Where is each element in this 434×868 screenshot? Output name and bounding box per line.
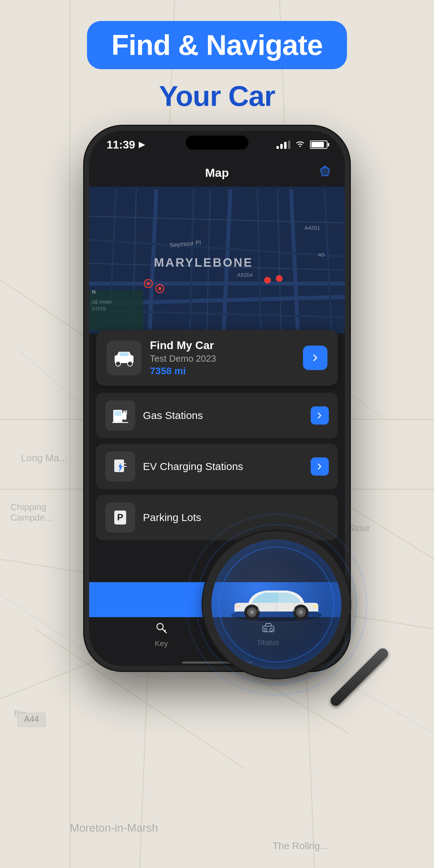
magnifier-inner-ring xyxy=(218,547,334,663)
key-tab-icon xyxy=(155,622,168,637)
svg-text:A4201: A4201 xyxy=(304,225,320,231)
svg-text:Moreton-in-Marsh: Moreton-in-Marsh xyxy=(70,822,158,834)
find-car-arrow-button[interactable] xyxy=(303,346,327,370)
svg-text:A44: A44 xyxy=(24,714,39,724)
app-nav-bar: Map xyxy=(89,159,345,187)
signal-bar-4 xyxy=(288,140,290,149)
svg-rect-69 xyxy=(120,353,129,356)
time-display: 11:39 xyxy=(107,138,135,151)
header-section: Find & Navigate Your Car xyxy=(0,21,434,113)
svg-point-67 xyxy=(116,361,121,366)
gas-stations-item[interactable]: Gas Stations xyxy=(96,393,338,438)
svg-text:Campde...: Campde... xyxy=(10,512,52,523)
find-car-title: Find My Car xyxy=(150,339,295,352)
svg-point-61 xyxy=(147,282,150,285)
svg-point-65 xyxy=(276,275,283,282)
magnifier-glass xyxy=(203,531,350,678)
signal-bar-3 xyxy=(284,142,287,149)
tab-key[interactable]: Key xyxy=(155,622,168,648)
ev-charging-icon-box xyxy=(105,451,135,482)
svg-point-63 xyxy=(158,287,161,290)
headline-text-line1: Find & Navigate xyxy=(111,31,323,59)
headline-badge: Find & Navigate xyxy=(87,21,347,69)
svg-text:N: N xyxy=(92,289,96,295)
status-right xyxy=(276,139,327,150)
svg-text:A5204: A5204 xyxy=(237,272,253,278)
location-arrow-icon: ▶ xyxy=(139,140,145,149)
phone-mockup: 11:39 ▶ xyxy=(84,126,350,671)
find-car-mileage: 7358 mi xyxy=(150,366,295,377)
app-nav-title: Map xyxy=(205,166,229,180)
magnifier xyxy=(203,531,406,734)
ev-charging-arrow-button[interactable] xyxy=(311,457,329,476)
battery-fill xyxy=(311,142,324,147)
gas-stations-label: Gas Stations xyxy=(143,410,303,421)
svg-line-82 xyxy=(164,630,166,631)
find-car-info: Find My Car Test Demo 2023 7358 mi xyxy=(150,339,295,377)
svg-rect-71 xyxy=(114,411,121,416)
svg-text:The Rollrig...: The Rollrig... xyxy=(273,840,328,851)
ev-charging-item[interactable]: EV Charging Stations xyxy=(96,444,338,489)
dynamic-island xyxy=(186,136,248,150)
gas-station-icon-box xyxy=(105,400,135,431)
map-area: Seymour Pl A5204 A5 A4201 MARYLEBONE N D… xyxy=(89,187,345,333)
svg-text:Long Ma...: Long Ma... xyxy=(21,453,67,463)
svg-text:DE PARK: DE PARK xyxy=(92,299,112,305)
svg-text:STATE: STATE xyxy=(92,306,106,311)
find-car-subtitle: Test Demo 2023 xyxy=(150,353,295,364)
signal-bar-2 xyxy=(280,144,283,149)
ev-charging-label: EV Charging Stations xyxy=(143,461,303,472)
svg-point-68 xyxy=(128,361,132,366)
svg-line-81 xyxy=(162,629,166,633)
headline-text-line2: Your Car xyxy=(159,80,275,113)
key-tab-label: Key xyxy=(155,639,168,648)
wifi-icon xyxy=(295,139,305,150)
svg-rect-73 xyxy=(123,411,125,413)
signal-bar-1 xyxy=(276,146,279,149)
svg-text:Chipping: Chipping xyxy=(10,502,46,512)
find-my-car-card[interactable]: Find My Car Test Demo 2023 7358 mi xyxy=(96,330,338,386)
signal-bars-icon xyxy=(276,140,290,149)
svg-rect-72 xyxy=(122,413,126,420)
gem-icon[interactable] xyxy=(319,165,331,180)
gas-stations-arrow-button[interactable] xyxy=(311,406,329,425)
svg-text:A5: A5 xyxy=(318,252,325,258)
battery-icon xyxy=(310,140,327,149)
svg-point-64 xyxy=(264,277,271,283)
svg-text:P: P xyxy=(117,512,123,522)
svg-text:MARYLEBONE: MARYLEBONE xyxy=(154,256,253,269)
parking-icon-box: P xyxy=(105,502,135,533)
status-time: 11:39 ▶ xyxy=(107,138,145,151)
car-icon-box xyxy=(107,340,142,375)
